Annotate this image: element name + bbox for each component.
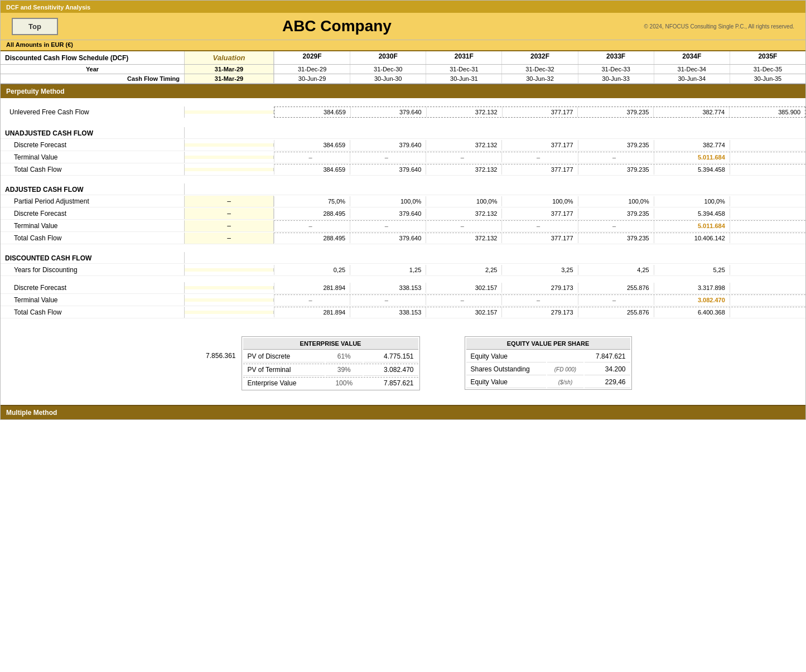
yd-5: 5,25 (654, 265, 730, 275)
adj-tcf-dash: – (185, 233, 274, 244)
ufcf-0: 384.659 (274, 107, 350, 117)
unlevered-fcf-row: Unlevered Free Cash Flow 384.659 379.640… (1, 106, 805, 118)
utcf-0: 384.659 (274, 165, 350, 175)
cft-2035: 30-Jun-35 (730, 74, 805, 83)
ad-4: 379.235 (578, 209, 654, 219)
atv-1: – (350, 221, 426, 231)
unadj-discrete-row: Discrete Forecast 384.659 379.640 372.13… (1, 139, 805, 151)
years-discounting-values: 0,25 1,25 2,25 3,25 4,25 5,25 (274, 265, 805, 275)
unadj-discrete-values: 384.659 379.640 372.132 377.177 379.235 … (274, 140, 805, 150)
ufcf-1: 379.640 (350, 107, 426, 117)
ev-row-2: Enterprise Value 100% 7.857.621 (243, 377, 418, 389)
spacer7 (1, 399, 805, 405)
ufcf-2: 372.132 (426, 107, 502, 117)
ev-label-2: Enterprise Value (243, 377, 325, 389)
ud-5: 382.774 (654, 140, 730, 150)
atcf-3: 377.177 (501, 233, 577, 243)
atcf-5: 10.406.142 (654, 233, 730, 243)
eq-label-0: Equity Value (466, 351, 546, 362)
app-title: DCF and Sensitivity Analysis (6, 4, 90, 11)
disc-discrete-values: 281.894 338.153 302.157 279.173 255.876 … (274, 283, 805, 293)
header-area: Top ABC Company © 2024, NFOCUS Consultin… (1, 13, 805, 40)
eq-label-1: Shares Outstanding (466, 364, 546, 375)
unadjusted-label: UNADJUSTED CASH FLOW (1, 127, 185, 138)
atcf-1: 379.640 (350, 233, 426, 243)
top-button[interactable]: Top (12, 18, 58, 35)
ev-val-2: 7.857.621 (364, 377, 418, 389)
adj-tv-values: – – – – – 5.011.684 (274, 220, 805, 231)
ud-1: 379.640 (350, 140, 426, 150)
disc-tv-label: Terminal Value (1, 294, 185, 306)
utcf-4: 379.235 (578, 165, 654, 175)
unadjusted-label-row: UNADJUSTED CASH FLOW (1, 127, 805, 139)
spacer5 (1, 276, 805, 282)
schedule-title: Discounted Cash Flow Schedule (DCF) (1, 51, 185, 64)
yd-0: 0,25 (274, 265, 350, 275)
dtcf-5: 6.400.368 (654, 307, 730, 317)
adjusted-label: ADJUSTED CASH FLOW (1, 183, 185, 195)
year-label: Year (1, 65, 185, 74)
ev-pct-0: 61% (326, 351, 363, 362)
unlevered-fcf-val (185, 110, 274, 114)
utcf-6 (730, 165, 805, 175)
company-name: ABC Company (58, 17, 616, 35)
cashflow-timing-row: Cash Flow Timing 31-Mar-29 30-Jun-29 30-… (1, 74, 805, 84)
cft-2031: 30-Jun-31 (426, 74, 501, 83)
eq-val-1: 34.200 (585, 364, 630, 375)
ud-0: 384.659 (274, 140, 350, 150)
pp-1: 100,0% (350, 196, 426, 206)
amounts-row: All Amounts in EUR (€) (1, 40, 805, 51)
disc-tv-row: Terminal Value – – – – – 3.082.470 (1, 294, 805, 306)
spacer1 (1, 98, 805, 106)
unadj-tv-label: Terminal Value (1, 152, 185, 163)
ud-2: 372.132 (426, 140, 501, 150)
fiscal-year-row: Year 31-Mar-29 31-Dec-29 31-Dec-30 31-De… (1, 65, 805, 74)
disc-tcf-row: Total Cash Flow 281.894 338.153 302.157 … (1, 306, 805, 318)
dtv-6 (730, 295, 805, 305)
disc-discrete-val (185, 286, 274, 289)
adj-discrete-label: Discrete Forecast (1, 208, 185, 219)
partial-period-row: Partial Period Adjustment – 75,0% 100,0%… (1, 195, 805, 207)
unadj-tcf-values: 384.659 379.640 372.132 377.177 379.235 … (274, 164, 805, 175)
fiscal-year-values: 31-Dec-29 31-Dec-30 31-Dec-31 31-Dec-32 … (274, 65, 805, 74)
atcf-0: 288.495 (274, 233, 350, 243)
unadj-tv-values: – – – – – 5.011.684 (274, 152, 805, 162)
dd-0: 281.894 (274, 283, 350, 293)
yd-6 (730, 265, 805, 275)
atcf-2: 372.132 (426, 233, 501, 243)
unlevered-fcf-values: 384.659 379.640 372.132 377.177 379.235 … (274, 107, 805, 118)
cft-2032: 30-Jun-32 (501, 74, 577, 83)
ad-5: 5.394.458 (654, 209, 730, 219)
ev-val-1: 3.082.470 (364, 364, 418, 376)
perpetuity-section-header: Perpetuity Method (1, 84, 805, 98)
pp-2: 100,0% (426, 196, 501, 206)
year-2033f: 2033F (578, 51, 654, 64)
dd-3: 279.173 (501, 283, 577, 293)
atv-0: – (274, 221, 350, 231)
dtv-1: – (350, 295, 426, 305)
cft-2029: 30-Jun-29 (274, 74, 350, 83)
dd-2: 302.157 (426, 283, 501, 293)
years-discounting-val (185, 268, 274, 272)
fy-2033: 31-Dec-33 (578, 65, 654, 74)
year-2029f: 2029F (274, 51, 350, 64)
adj-tv-val: – (185, 220, 274, 231)
utcf-5: 5.394.458 (654, 165, 730, 175)
dd-4: 255.876 (578, 283, 654, 293)
dtv-2: – (426, 295, 501, 305)
dd-5: 3.317.898 (654, 283, 730, 293)
years-discounting-label: Years for Discounting (1, 264, 185, 275)
disc-tcf-label: Total Cash Flow (1, 307, 185, 318)
adjusted-label-row: ADJUSTED CASH FLOW (1, 183, 805, 195)
utv-2: – (426, 152, 501, 162)
ev-row-0: PV of Discrete 61% 4.775.151 (243, 351, 418, 362)
schedule-header: Discounted Cash Flow Schedule (DCF) Valu… (1, 51, 805, 65)
utv-3: – (501, 152, 577, 162)
dtcf-2: 302.157 (426, 307, 501, 317)
fiscal-year-valuation-cell: 31-Mar-29 (185, 65, 274, 74)
ad-3: 377.177 (501, 209, 577, 219)
ad-6 (730, 209, 805, 219)
eq-label-2: Equity Value (466, 376, 546, 388)
total-value: 7.856.361 (175, 336, 242, 360)
dtv-5: 3.082.470 (654, 295, 730, 305)
